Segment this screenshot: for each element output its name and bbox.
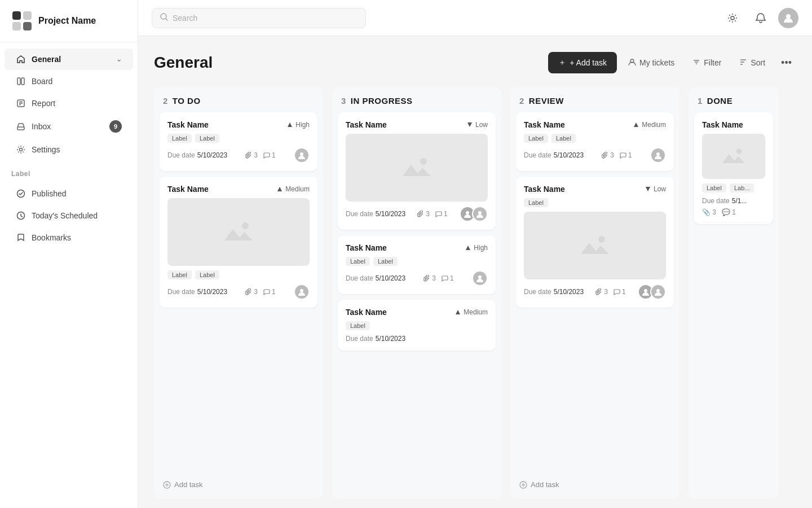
svg-point-38	[656, 289, 660, 292]
task-card[interactable]: Task Name High Label Label Due date5/10/…	[338, 235, 496, 294]
task-label: Lab...	[730, 183, 754, 192]
page-header: General ＋ + Add task My tickets Filter	[154, 52, 796, 73]
column-todo-count: 2	[163, 96, 168, 106]
sidebar-item-board-label: Board	[32, 77, 52, 86]
attachments-count: 3	[602, 151, 614, 159]
column-todo-body: Task Name High Label Label Due date5/10/…	[154, 112, 323, 472]
task-due-date: Due date5/10/2023	[524, 151, 584, 159]
filter-button[interactable]: Filter	[686, 54, 728, 72]
sidebar-item-published[interactable]: Published	[5, 183, 133, 204]
sidebar-item-inbox[interactable]: Inbox 9	[5, 115, 133, 138]
column-todo-header: 2 TO DO	[154, 87, 323, 112]
column-done-title: DONE	[707, 96, 732, 106]
task-name: Task Name	[702, 120, 743, 129]
project-name: Project Name	[38, 16, 96, 26]
my-tickets-button[interactable]: My tickets	[621, 54, 681, 72]
sidebar-item-report-label: Report	[32, 99, 55, 108]
avatar	[294, 284, 310, 300]
sidebar-item-bookmarks[interactable]: Bookmarks	[5, 227, 133, 248]
clock-icon	[16, 211, 26, 221]
column-in-progress-body: Task Name Low Due date5/10/2023	[332, 112, 501, 499]
svg-point-11	[20, 148, 23, 151]
column-review-footer: Add task	[510, 472, 679, 499]
user-avatar[interactable]	[778, 8, 798, 28]
task-footer: Due date5/10/2023 3 1	[346, 206, 488, 222]
svg-point-17	[786, 14, 791, 19]
search-box[interactable]	[152, 8, 366, 28]
kanban-board: 2 TO DO Task Name High	[154, 87, 796, 508]
task-priority: Low	[645, 185, 666, 193]
sort-button[interactable]: Sort	[732, 54, 772, 72]
task-meta: 3 1	[417, 210, 447, 218]
header-actions: ＋ + Add task My tickets Filter	[548, 52, 796, 73]
column-in-progress-title: IN PROGRESS	[351, 96, 413, 106]
task-priority: Medium	[276, 185, 310, 193]
task-label: Label	[346, 321, 370, 330]
page-title: General	[154, 54, 548, 72]
add-task-button[interactable]: ＋ + Add task	[548, 52, 617, 73]
inbox-badge: 9	[109, 120, 122, 133]
sidebar-item-general[interactable]: General ⌄	[5, 49, 133, 70]
comments-count: 1	[263, 151, 276, 159]
task-card[interactable]: Task Name Low Label	[516, 177, 674, 308]
task-image	[702, 134, 765, 179]
add-task-inline-button[interactable]: Add task	[163, 478, 203, 491]
settings-topbar-button[interactable]	[722, 7, 743, 29]
task-card[interactable]: Task Name Medium Label Label	[160, 177, 317, 308]
sidebar-item-settings[interactable]: Settings	[5, 139, 133, 160]
column-review-count: 2	[519, 96, 524, 106]
task-priority: Medium	[454, 308, 488, 316]
sidebar-item-published-label: Published	[32, 189, 67, 198]
task-avatars	[294, 147, 310, 163]
task-label: Label	[346, 257, 370, 266]
svg-rect-5	[21, 78, 24, 85]
task-meta: 3 1	[602, 151, 632, 159]
task-labels: Label Label	[167, 134, 310, 143]
task-label: Label	[195, 270, 219, 279]
task-name: Task Name	[346, 120, 387, 129]
svg-point-32	[466, 211, 469, 214]
task-labels: Label Label	[167, 270, 310, 279]
column-in-progress-header: 3 IN PROGRESS	[332, 87, 501, 112]
task-meta: 3 1	[245, 151, 275, 159]
sidebar-item-todays-scheduled[interactable]: Today's Scheduled	[5, 205, 133, 226]
task-card-header: Task Name Low	[346, 120, 488, 129]
svg-rect-2	[12, 22, 21, 30]
search-input[interactable]	[173, 14, 358, 23]
column-in-progress: 3 IN PROGRESS Task Name Low	[332, 87, 501, 499]
comments-count: 1	[614, 288, 626, 296]
task-due-date: Due date5/10/2023	[167, 151, 227, 159]
task-labels: Label	[524, 198, 666, 207]
add-task-inline-label: Add task	[531, 480, 559, 489]
task-name: Task Name	[346, 308, 387, 317]
task-labels: Label Label	[524, 134, 666, 143]
task-card[interactable]: Task Name Medium Label Due date5/10/2023	[338, 300, 496, 351]
inbox-icon	[16, 121, 26, 132]
task-label: Label	[524, 134, 548, 143]
comments-count: 1	[620, 151, 632, 159]
task-labels: Label Label	[346, 257, 488, 266]
sidebar-item-board[interactable]: Board	[5, 71, 133, 92]
board-icon	[16, 76, 26, 86]
task-card[interactable]: Task Name Low Due date5/10/2023	[338, 112, 496, 230]
column-review-body: Task Name Medium Label Label Due date5/1…	[510, 112, 679, 472]
column-done-body: Task Name Label Lab... Due date5/1...	[689, 112, 779, 499]
sidebar-nav: General ⌄ Board Report Inbox 9	[0, 42, 138, 508]
task-priority: Low	[466, 121, 488, 129]
add-task-inline-button[interactable]: Add task	[519, 478, 559, 491]
sidebar-item-report[interactable]: Report	[5, 93, 133, 114]
check-circle-icon	[16, 189, 26, 199]
notifications-button[interactable]	[750, 7, 771, 29]
task-due-date: Due date5/10/2023	[167, 288, 227, 296]
sidebar-item-general-label: General	[32, 55, 61, 64]
svg-point-33	[478, 211, 482, 214]
task-card-header: Task Name High	[167, 120, 310, 129]
task-card[interactable]: Task Name Medium Label Label Due date5/1…	[516, 112, 674, 171]
more-options-button[interactable]: •••	[776, 52, 796, 73]
attachments-count: 3	[245, 288, 258, 296]
task-card[interactable]: Task Name Label Lab... Due date5/1...	[694, 112, 773, 224]
svg-point-16	[731, 16, 734, 20]
task-name: Task Name	[524, 185, 565, 194]
svg-point-37	[644, 289, 647, 292]
task-card[interactable]: Task Name High Label Label Due date5/10/…	[160, 112, 317, 171]
